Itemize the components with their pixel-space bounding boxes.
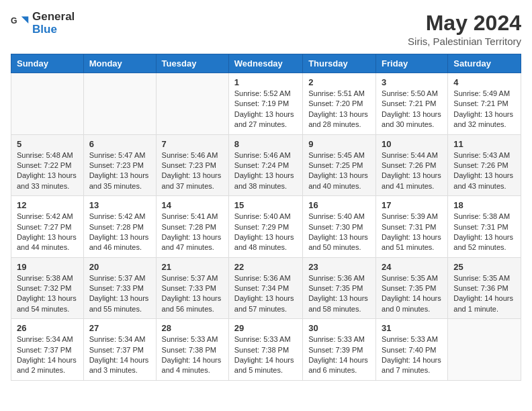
day-number: 29 [234, 323, 297, 333]
weekday-header-friday: Friday [376, 54, 448, 73]
day-info-line: Sunrise: 5:43 AM [453, 150, 515, 161]
day-info-line: Daylight: 14 hours and 6 minutes. [308, 355, 370, 376]
day-info-line: Daylight: 13 hours and 38 minutes. [234, 171, 297, 191]
day-info: Sunrise: 5:42 AMSunset: 7:27 PMDaylight:… [17, 212, 78, 253]
day-info-line: Daylight: 13 hours and 35 minutes. [89, 171, 150, 191]
day-number: 5 [17, 139, 78, 149]
day-number: 13 [89, 200, 150, 210]
page-header: G General Blue May 2024 Siris, Palestini… [11, 11, 521, 47]
day-info-line: Sunset: 7:33 PM [162, 283, 223, 293]
day-info: Sunrise: 5:48 AMSunset: 7:22 PMDaylight:… [17, 150, 78, 192]
day-info-line: Sunrise: 5:47 AM [89, 150, 150, 161]
day-cell: 7Sunrise: 5:46 AMSunset: 7:23 PMDaylight… [156, 134, 228, 196]
day-cell: 14Sunrise: 5:41 AMSunset: 7:28 PMDayligh… [156, 196, 228, 258]
day-info-line: Daylight: 13 hours and 32 minutes. [453, 109, 515, 130]
day-number: 17 [382, 200, 442, 210]
day-info-line: Daylight: 14 hours and 7 minutes. [382, 355, 442, 376]
day-cell [83, 73, 156, 135]
day-info-line: Daylight: 13 hours and 52 minutes. [453, 232, 515, 253]
day-info-line: Sunrise: 5:41 AM [162, 212, 223, 222]
day-number: 22 [234, 262, 297, 272]
day-info-line: Daylight: 13 hours and 33 minutes. [17, 171, 78, 191]
day-info-line: Sunrise: 5:35 AM [382, 273, 442, 283]
day-cell: 5Sunrise: 5:48 AMSunset: 7:22 PMDaylight… [11, 134, 84, 196]
day-number: 8 [234, 139, 297, 149]
day-cell: 12Sunrise: 5:42 AMSunset: 7:27 PMDayligh… [11, 196, 84, 258]
day-info-line: Sunrise: 5:39 AM [382, 212, 442, 222]
day-info-line: Sunset: 7:22 PM [17, 161, 78, 171]
weekday-header-wednesday: Wednesday [228, 54, 302, 73]
day-info-line: Sunrise: 5:34 AM [89, 334, 150, 345]
day-cell: 17Sunrise: 5:39 AMSunset: 7:31 PMDayligh… [376, 196, 448, 258]
day-info: Sunrise: 5:42 AMSunset: 7:28 PMDaylight:… [89, 212, 150, 253]
day-info-line: Daylight: 13 hours and 54 minutes. [17, 293, 78, 314]
day-cell: 8Sunrise: 5:46 AMSunset: 7:24 PMDaylight… [228, 134, 302, 196]
day-info: Sunrise: 5:40 AMSunset: 7:29 PMDaylight:… [234, 212, 297, 253]
week-row-5: 26Sunrise: 5:34 AMSunset: 7:37 PMDayligh… [11, 319, 521, 381]
day-info-line: Sunrise: 5:33 AM [308, 334, 370, 345]
day-info: Sunrise: 5:38 AMSunset: 7:31 PMDaylight:… [453, 212, 515, 253]
day-info-line: Sunrise: 5:51 AM [308, 89, 370, 99]
day-info: Sunrise: 5:34 AMSunset: 7:37 PMDaylight:… [17, 334, 78, 376]
day-info: Sunrise: 5:41 AMSunset: 7:28 PMDaylight:… [162, 212, 223, 253]
day-cell: 31Sunrise: 5:33 AMSunset: 7:40 PMDayligh… [376, 319, 448, 381]
day-info-line: Sunrise: 5:46 AM [162, 150, 223, 161]
day-info-line: Daylight: 14 hours and 2 minutes. [17, 355, 78, 376]
day-info-line: Daylight: 13 hours and 27 minutes. [234, 109, 297, 130]
day-number: 21 [162, 262, 223, 272]
day-info-line: Daylight: 13 hours and 57 minutes. [234, 293, 297, 314]
day-cell: 4Sunrise: 5:49 AMSunset: 7:21 PMDaylight… [448, 73, 521, 135]
day-info-line: Sunrise: 5:37 AM [162, 273, 223, 283]
day-number: 9 [308, 139, 370, 149]
day-number: 24 [382, 262, 442, 272]
day-info-line: Daylight: 13 hours and 50 minutes. [308, 232, 370, 253]
week-row-3: 12Sunrise: 5:42 AMSunset: 7:27 PMDayligh… [11, 196, 521, 258]
day-info-line: Sunset: 7:23 PM [162, 161, 223, 171]
day-info-line: Daylight: 13 hours and 48 minutes. [234, 232, 297, 253]
day-info: Sunrise: 5:52 AMSunset: 7:19 PMDaylight:… [234, 89, 297, 130]
day-info-line: Daylight: 13 hours and 51 minutes. [382, 232, 442, 253]
day-cell: 27Sunrise: 5:34 AMSunset: 7:37 PMDayligh… [83, 319, 156, 381]
day-info-line: Sunset: 7:21 PM [453, 99, 515, 109]
day-number: 12 [17, 200, 78, 210]
day-number: 19 [17, 262, 78, 272]
day-info-line: Daylight: 13 hours and 41 minutes. [382, 171, 442, 191]
day-info-line: Sunset: 7:40 PM [382, 345, 442, 355]
day-info-line: Sunset: 7:31 PM [382, 222, 442, 232]
day-info-line: Sunrise: 5:40 AM [308, 212, 370, 222]
day-info-line: Sunrise: 5:36 AM [234, 273, 297, 283]
day-number: 20 [89, 262, 150, 272]
day-cell: 23Sunrise: 5:36 AMSunset: 7:35 PMDayligh… [303, 257, 376, 319]
logo-icon: G [11, 14, 30, 33]
day-number: 28 [162, 323, 223, 333]
day-number: 25 [453, 262, 515, 272]
day-info: Sunrise: 5:46 AMSunset: 7:23 PMDaylight:… [162, 150, 223, 192]
day-info-line: Sunset: 7:21 PM [382, 99, 442, 109]
day-info-line: Sunset: 7:29 PM [234, 222, 297, 232]
day-info-line: Sunrise: 5:38 AM [17, 273, 78, 283]
day-cell: 10Sunrise: 5:44 AMSunset: 7:26 PMDayligh… [376, 134, 448, 196]
day-info-line: Daylight: 14 hours and 3 minutes. [89, 355, 150, 376]
day-info-line: Sunrise: 5:33 AM [382, 334, 442, 345]
day-info-line: Sunrise: 5:49 AM [453, 89, 515, 99]
day-info-line: Sunset: 7:33 PM [89, 283, 150, 293]
day-number: 31 [382, 323, 442, 333]
day-cell: 13Sunrise: 5:42 AMSunset: 7:28 PMDayligh… [83, 196, 156, 258]
calendar-table: SundayMondayTuesdayWednesdayThursdayFrid… [11, 54, 521, 381]
day-number: 18 [453, 200, 515, 210]
day-info: Sunrise: 5:50 AMSunset: 7:21 PMDaylight:… [382, 89, 442, 130]
title-area: May 2024 Siris, Palestinian Territory [408, 11, 521, 47]
weekday-header-thursday: Thursday [303, 54, 376, 73]
location-subtitle: Siris, Palestinian Territory [408, 36, 521, 47]
day-info-line: Sunrise: 5:42 AM [89, 212, 150, 222]
day-info: Sunrise: 5:33 AMSunset: 7:38 PMDaylight:… [162, 334, 223, 376]
svg-text:G: G [11, 16, 17, 26]
day-info-line: Sunset: 7:35 PM [308, 283, 370, 293]
day-info-line: Daylight: 13 hours and 44 minutes. [17, 232, 78, 253]
day-info-line: Sunset: 7:24 PM [234, 161, 297, 171]
weekday-header-tuesday: Tuesday [156, 54, 228, 73]
day-info-line: Daylight: 14 hours and 5 minutes. [234, 355, 297, 376]
day-info-line: Daylight: 13 hours and 37 minutes. [162, 171, 223, 191]
weekday-header-row: SundayMondayTuesdayWednesdayThursdayFrid… [11, 54, 521, 73]
day-info: Sunrise: 5:33 AMSunset: 7:38 PMDaylight:… [234, 334, 297, 376]
